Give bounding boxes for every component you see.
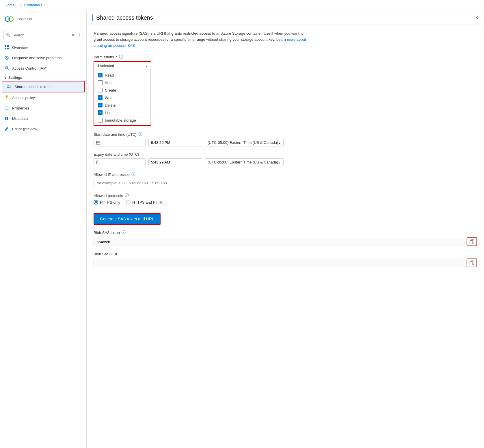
settings-section[interactable]: ∨ Settings [0,73,86,81]
copy-sas-url-button[interactable] [467,259,477,267]
protocols-row: HTTPS only HTTPS and HTTP [94,200,477,205]
perm-delete[interactable]: Delete [94,101,150,109]
breadcrumb: Home › | Containers › [0,0,484,10]
start-date-section: Start date and time (UTC) ⓘ (UTC-05:00) … [94,132,477,146]
expiry-date-input[interactable] [94,158,146,166]
search-box[interactable]: 🔍 ✕ 《 [3,31,83,39]
panel-title: Shared access tokens [92,14,153,21]
blob-sas-token-info-icon[interactable]: ⓘ [122,230,126,235]
expiry-date-label: Expiry date and time (UTC) [94,152,477,157]
perm-delete-checkbox[interactable] [98,103,103,107]
allowed-ip-info-icon[interactable]: ⓘ [131,172,135,177]
https-http-option[interactable]: HTTPS and HTTP [126,200,163,205]
allowed-ip-input[interactable] [94,179,203,187]
sidebar: Container 🔍 ✕ 《 Overview Diagnose and so… [0,10,87,448]
start-date-input[interactable] [94,139,146,146]
sidebar-item-label-iam: Access Control (IAM) [12,66,48,70]
sidebar-header: Container [0,10,86,28]
sidebar-item-diagnose[interactable]: Diagnose and solve problems [0,53,86,63]
main-content: Shared access tokens ... × A shared acce… [87,10,484,448]
perm-write-checkbox[interactable] [98,95,103,100]
search-input[interactable] [12,33,70,37]
permissions-label: Permissions * ⓘ [94,54,477,60]
more-options-button[interactable]: ... [468,15,472,21]
container-icon [4,14,14,24]
close-panel-button[interactable]: × [475,15,478,21]
perm-immutable-checkbox[interactable] [98,118,103,122]
perm-create-checkbox[interactable] [98,88,103,92]
blob-sas-url-section: Blob SAS URL [94,252,477,267]
https-http-radio[interactable] [126,200,131,205]
permissions-dropdown-header[interactable]: 4 selected ∨ [94,62,151,70]
collapse-icon[interactable]: 《 [77,33,80,38]
svg-rect-17 [96,141,100,144]
copy-sas-token-button[interactable] [467,237,477,246]
panel-title-text: Shared access tokens [96,14,153,21]
home-link[interactable]: Home [5,3,15,7]
start-date-info-icon[interactable]: ⓘ [138,132,142,137]
sidebar-item-editor[interactable]: Editor (preview) [0,124,86,134]
containers-link[interactable]: Containers [24,3,42,7]
perm-immutable-label: Immutable storage [105,118,136,122]
sidebar-item-label-diagnose: Diagnose and solve problems [12,56,62,60]
panel-header-actions: ... × [468,15,478,21]
perm-write[interactable]: Write [94,94,150,101]
metadata-icon: i [4,116,9,121]
iam-icon [4,66,9,71]
perm-read-checkbox[interactable] [98,73,103,77]
sidebar-item-properties[interactable]: Properties [0,103,86,113]
svg-rect-5 [7,48,9,49]
editor-icon [4,126,9,131]
calendar-icon-expiry [96,160,100,164]
start-timezone-select[interactable]: (UTC-05:00) Eastern Time (US & Canada) ∨ [205,139,284,146]
copy-url-icon [470,261,474,265]
blob-sas-url-label: Blob SAS URL [94,252,477,256]
sidebar-item-access-policy[interactable]: Access policy [0,92,86,103]
blob-sas-url-input[interactable] [94,259,467,267]
sep2: › [44,3,45,7]
start-date-field[interactable] [102,140,125,145]
sidebar-item-iam[interactable]: Access Control (IAM) [0,63,86,73]
blob-sas-token-row [94,237,477,246]
https-only-label: HTTPS only [100,200,120,205]
perm-list-checkbox[interactable] [98,110,103,115]
sidebar-item-label-overview: Overview [12,45,28,50]
content-body: A shared access signature (SAS) is a URI… [87,25,484,448]
sidebar-item-label-editor: Editor (preview) [12,127,38,131]
sidebar-item-overview[interactable]: Overview [0,42,86,53]
expiry-time-field[interactable] [148,158,202,166]
perm-read[interactable]: Read [94,71,150,79]
sidebar-item-label-metadata: Metadata [12,116,28,121]
settings-section-label: Settings [8,76,22,80]
clear-search-icon[interactable]: ✕ [72,33,75,37]
perm-list[interactable]: List [94,109,150,116]
allowed-protocols-info-icon[interactable]: ⓘ [125,193,129,198]
sidebar-logo-title: Container [17,17,32,21]
sidebar-item-metadata[interactable]: i Metadata [0,113,86,124]
shared-access-tokens-icon [6,84,12,89]
permissions-info-icon[interactable]: ⓘ [119,54,123,60]
expiry-timezone-value: (UTC-05:00) Eastern Time (US & Canada) [208,160,278,164]
collapse-settings-icon: ∨ [4,76,7,80]
svg-rect-18 [96,161,100,164]
https-only-radio[interactable] [94,200,98,205]
perm-add-label: Add [105,81,111,85]
perm-immutable[interactable]: Immutable storage [94,116,150,124]
chevron-down-icon: ∨ [145,64,148,68]
sidebar-item-shared-access-tokens[interactable]: Shared access tokens [2,81,85,92]
access-policy-icon [4,95,9,100]
perm-add-checkbox[interactable] [98,80,103,85]
expiry-date-field[interactable] [102,160,125,164]
start-timezone-value: (UTC-05:00) Eastern Time (US & Canada) [208,140,278,145]
https-only-option[interactable]: HTTPS only [94,200,120,205]
properties-icon [4,105,9,111]
expiry-timezone-select[interactable]: (UTC-05:00) Eastern Time (US & Canada) ∨ [205,158,284,166]
calendar-icon [96,141,100,145]
blob-sas-token-input[interactable] [94,238,467,246]
svg-rect-13 [5,108,8,108]
start-time-field[interactable] [148,139,202,146]
generate-sas-button[interactable]: Generate SAS token and URL [94,213,161,225]
svg-rect-2 [5,45,6,47]
perm-add[interactable]: Add [94,79,150,86]
perm-create[interactable]: Create [94,86,150,94]
